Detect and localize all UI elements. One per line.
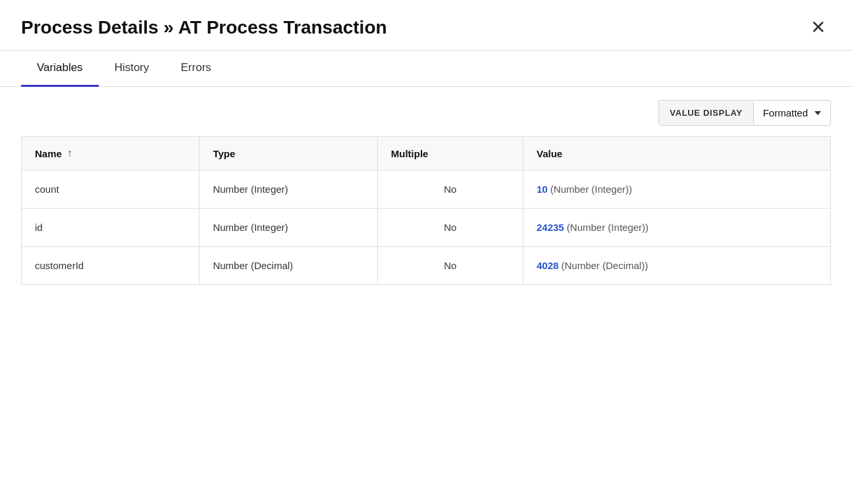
col-header-value: Value: [523, 137, 830, 170]
cell-multiple-1: No: [377, 209, 523, 247]
value-type-1: (Number (Integer)): [567, 222, 649, 233]
tabs-container: Variables History Errors: [0, 51, 852, 87]
variables-table-wrapper: Name ↑ Type Multiple Value count Number …: [0, 136, 852, 306]
value-display-selected: Formatted: [763, 107, 808, 118]
cell-multiple-0: No: [377, 170, 523, 209]
tab-history[interactable]: History: [99, 51, 165, 87]
value-display-control[interactable]: VALUE DISPLAY Formatted: [658, 100, 831, 126]
value-number-2: 4028: [537, 260, 558, 271]
cell-value-0: 10 (Number (Integer)): [523, 170, 830, 209]
cell-name-2: customerId: [22, 247, 200, 285]
table-row: id Number (Integer) No 24235 (Number (In…: [22, 209, 831, 247]
tab-variables[interactable]: Variables: [21, 51, 99, 87]
col-header-name[interactable]: Name ↑: [22, 137, 200, 170]
value-display-label: VALUE DISPLAY: [659, 101, 753, 124]
toolbar: VALUE DISPLAY Formatted: [0, 87, 852, 136]
value-number-1: 24235: [537, 222, 564, 233]
value-type-2: (Number (Decimal)): [562, 260, 649, 271]
variables-table: Name ↑ Type Multiple Value count Number …: [21, 136, 831, 285]
cell-type-0: Number (Integer): [200, 170, 377, 209]
cell-name-1: id: [22, 209, 200, 247]
cell-value-2: 4028 (Number (Decimal)): [523, 247, 830, 285]
col-header-multiple: Multiple: [377, 137, 523, 170]
cell-multiple-2: No: [377, 247, 523, 285]
tab-errors[interactable]: Errors: [165, 51, 227, 87]
sort-asc-icon: ↑: [67, 147, 72, 159]
table-row: count Number (Integer) No 10 (Number (In…: [22, 170, 831, 209]
cell-value-1: 24235 (Number (Integer)): [523, 209, 830, 247]
modal-header: Process Details » AT Process Transaction…: [0, 0, 852, 50]
process-details-modal: Process Details » AT Process Transaction…: [0, 0, 852, 504]
modal-title: Process Details » AT Process Transaction: [21, 17, 387, 38]
col-header-type: Type: [200, 137, 377, 170]
cell-type-2: Number (Decimal): [200, 247, 377, 285]
value-display-select[interactable]: Formatted: [754, 101, 830, 125]
value-number-0: 10: [537, 184, 548, 195]
chevron-down-icon: [814, 111, 821, 115]
value-type-0: (Number (Integer)): [550, 184, 632, 195]
close-button[interactable]: ✕: [805, 16, 831, 39]
table-header-row: Name ↑ Type Multiple Value: [22, 137, 831, 170]
cell-name-0: count: [22, 170, 200, 209]
table-row: customerId Number (Decimal) No 4028 (Num…: [22, 247, 831, 285]
cell-type-1: Number (Integer): [200, 209, 377, 247]
